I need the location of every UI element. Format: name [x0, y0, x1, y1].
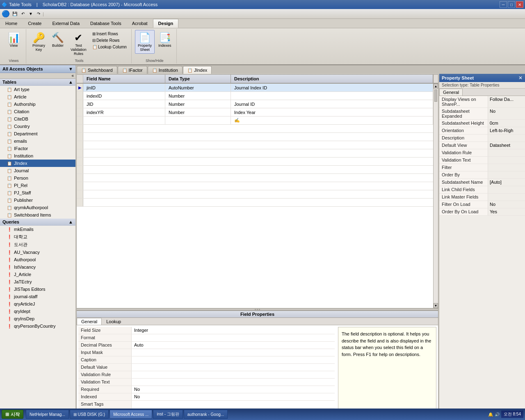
nav-item-country[interactable]: 📋 Country — [0, 123, 75, 130]
taskbar-item-nethelper[interactable]: NetHelper Manag... — [26, 410, 69, 419]
prop-order-by-value[interactable] — [488, 171, 525, 178]
test-validation-button[interactable]: ✔ TestValidationRules — [68, 30, 89, 58]
nav-item-authorpool[interactable]: ❗ Authorpool — [0, 256, 75, 263]
field-prop-caption[interactable]: Caption — [78, 356, 335, 364]
nav-pane-collapse-button[interactable]: « — [70, 73, 75, 78]
field-name-jid[interactable]: JID — [83, 100, 165, 108]
description-indexyr[interactable]: Index Year — [231, 108, 433, 116]
nav-section-queries-header[interactable]: Queries ▲ — [0, 219, 75, 226]
prop-filter-value[interactable] — [488, 164, 525, 171]
nav-item-qry-person-by-country[interactable]: ❗ qryPersonByCountry — [0, 322, 75, 330]
prop-row-display-views[interactable]: Display Views on ShareP... Follow Da... — [439, 96, 525, 108]
validation-text-value[interactable] — [132, 379, 335, 386]
subdatasheet-height-value[interactable]: 0cm — [488, 120, 525, 127]
prop-row-validation-rule[interactable]: Validation Rule — [439, 149, 525, 157]
table-row-empty[interactable] — [77, 158, 433, 166]
validation-rule-value[interactable] — [132, 371, 335, 378]
tab-jindex[interactable]: 📋 JIndex — [183, 66, 212, 74]
table-row-empty[interactable] — [77, 182, 433, 190]
prop-row-order-by-on-load[interactable]: Order By On Load Yes — [439, 208, 525, 216]
prop-order-by-on-load-value[interactable]: Yes — [488, 208, 525, 215]
nav-item-qrymk-authorpool[interactable]: 📋 qrymkAuthorpool — [0, 204, 75, 211]
field-prop-required[interactable]: Required No — [78, 386, 335, 393]
undo-dropdown[interactable]: ▼ — [27, 11, 34, 17]
field-prop-format[interactable]: Format — [78, 334, 335, 342]
table-row-empty[interactable] — [77, 141, 433, 149]
scroll-up-button[interactable]: ▲ — [434, 84, 438, 89]
field-prop-default-value[interactable]: Default Value — [78, 364, 335, 371]
prop-row-validation-text[interactable]: Validation Text — [439, 157, 525, 164]
prop-link-child-value[interactable] — [488, 186, 525, 193]
property-sheet-close-button[interactable]: ✕ — [518, 75, 523, 81]
nav-item-qry-insdep[interactable]: ❗ qryInsDep — [0, 315, 75, 322]
taskbar-item-usb[interactable]: ⊞ USB DISK (G:) — [70, 410, 109, 419]
field-name-indexyr[interactable]: indexYR — [83, 108, 165, 116]
nav-item-journal-staff[interactable]: ❗ journal-staff — [0, 293, 75, 300]
nav-item-jatectry[interactable]: ❗ JaTEctry — [0, 278, 75, 285]
tab-switchboard[interactable]: 📋 Switchboard — [77, 66, 117, 74]
nav-item-au-vacancy[interactable]: ❗ AU_Vacnacy — [0, 249, 75, 256]
prop-filter-on-load-value[interactable]: No — [488, 201, 525, 208]
field-prop-validation-rule[interactable]: Validation Rule — [78, 371, 335, 379]
scroll-down-button[interactable]: ▼ — [434, 303, 438, 308]
field-prop-indexed[interactable]: Indexed No — [78, 393, 335, 401]
property-sheet-button[interactable]: 📄 PropertySheet — [135, 30, 155, 54]
nav-item-j-article[interactable]: ❗ J_Article — [0, 271, 75, 278]
prop-row-filter-on-load[interactable]: Filter On Load No — [439, 201, 525, 208]
nav-item-person[interactable]: 📋 Person — [0, 174, 75, 182]
prop-link-master-value[interactable] — [488, 194, 525, 201]
table-row-empty[interactable] — [77, 125, 433, 133]
indexed-value[interactable]: No — [132, 393, 335, 400]
tab-create[interactable]: Create — [23, 19, 47, 28]
table-row-empty[interactable] — [77, 199, 433, 207]
field-prop-input-mask[interactable]: Input Mask — [78, 349, 335, 356]
property-tab-general[interactable]: General — [439, 89, 463, 96]
data-type-jid[interactable]: Number — [165, 100, 231, 108]
nav-item-authorship[interactable]: 📋 Authorship — [0, 100, 75, 108]
field-prop-field-size[interactable]: Field Size Integer — [78, 327, 335, 334]
data-type-jinid[interactable]: AutoNumber — [165, 84, 231, 91]
field-props-tab-lookup[interactable]: Lookup — [102, 318, 126, 325]
taskbar-item-access[interactable]: Microsoft Access ... — [110, 410, 152, 419]
redo-button[interactable]: ↷ — [35, 11, 42, 17]
table-row-empty[interactable] — [77, 174, 433, 182]
display-views-value[interactable]: Follow Da... — [488, 96, 525, 107]
tab-acrobat[interactable]: Acrobat — [127, 19, 153, 28]
description-jinid[interactable]: Journal Index ID — [231, 84, 433, 91]
prop-row-default-view[interactable]: Default View Datasheet — [439, 142, 525, 149]
prop-row-description[interactable]: Description — [439, 135, 525, 142]
required-value[interactable]: No — [132, 386, 335, 393]
field-name-indexid[interactable]: indexID — [83, 92, 165, 100]
table-row[interactable]: ▶ jinID AutoNumber Journal Index ID — [77, 84, 433, 92]
nav-pane-header[interactable]: All Access Objects ▼ — [0, 65, 75, 73]
field-props-tab-general[interactable]: General — [77, 318, 102, 325]
table-row[interactable]: ✍ — [77, 116, 433, 125]
nav-item-ist-vacancy[interactable]: ❗ IstVacancy — [0, 263, 75, 271]
table-row-empty[interactable] — [77, 190, 433, 199]
nav-item-jistaps-editors[interactable]: ❗ JISTaps Editors — [0, 285, 75, 293]
nav-item-qry-idept[interactable]: ❗ qryIdept — [0, 308, 75, 315]
nav-item-pi-rel[interactable]: 📋 PI_Rel — [0, 182, 75, 189]
nav-item-switchboard-items[interactable]: 📋 Switchboard Items — [0, 211, 75, 219]
insert-rows-button[interactable]: ⊞ Insert Rows — [90, 31, 129, 37]
indexes-button[interactable]: 📑 Indexes — [155, 30, 174, 50]
data-type-indexyr[interactable]: Number — [165, 108, 231, 116]
tab-institution[interactable]: 📋 Institution — [148, 66, 183, 74]
nav-item-citedb[interactable]: 📋 CiteDB — [0, 115, 75, 123]
nav-item-emails[interactable]: 📋 emails — [0, 137, 75, 145]
format-value[interactable] — [132, 334, 335, 341]
data-type-empty[interactable] — [165, 116, 231, 124]
prop-row-filter[interactable]: Filter — [439, 164, 525, 171]
maximize-button[interactable]: □ — [508, 1, 515, 8]
tab-ifactor[interactable]: 📋 IFactor — [118, 66, 147, 74]
caption-value[interactable] — [132, 356, 335, 363]
office-button[interactable]: 🔵 — [2, 10, 10, 18]
nav-item-mkemails[interactable]: ❗ mkEmails — [0, 226, 75, 233]
nav-section-tables-header[interactable]: Tables ▲ — [0, 79, 75, 86]
nav-item-institution[interactable]: 📋 Institution — [0, 152, 75, 160]
default-view-value[interactable]: Datasheet — [488, 142, 525, 149]
field-name-empty[interactable] — [83, 116, 165, 124]
data-type-indexid[interactable]: Number — [165, 92, 231, 100]
close-button[interactable]: ✕ — [516, 1, 523, 8]
nav-item-ifactor[interactable]: 📋 IFactor — [0, 145, 75, 152]
